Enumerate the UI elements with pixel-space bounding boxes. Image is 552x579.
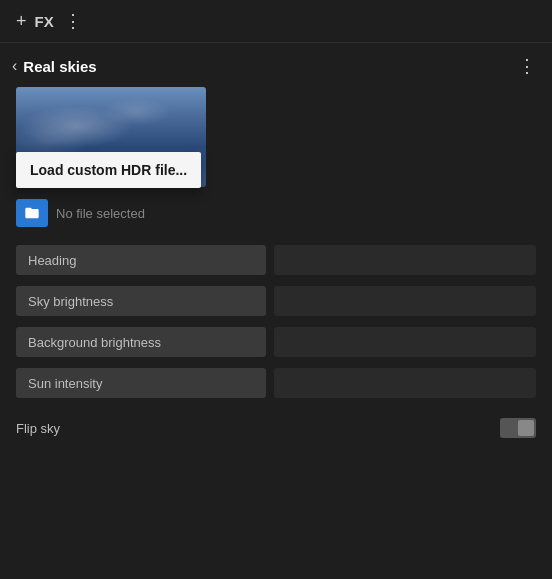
back-button[interactable]: ‹ [12,57,17,75]
tooltip-popup: Load custom HDR file... [16,152,201,188]
property-label-box-sun-intensity: Sun intensity [16,368,266,398]
property-row-background-brightness: Background brightness [0,323,552,361]
property-label-box-sky-brightness: Sky brightness [16,286,266,316]
property-row-heading: Heading [0,241,552,279]
top-toolbar: + FX ⋮ [0,0,552,43]
property-value-sky-brightness[interactable] [274,286,536,316]
property-label-sky-brightness: Sky brightness [28,294,113,309]
property-value-sun-intensity[interactable] [274,368,536,398]
tooltip-text: Load custom HDR file... [30,162,187,178]
panel-header-left: ‹ Real skies [12,57,97,75]
property-label-sun-intensity: Sun intensity [28,376,102,391]
property-label-heading: Heading [28,253,76,268]
flip-sky-label: Flip sky [16,421,60,436]
file-section: No file selected [16,199,536,227]
property-value-heading[interactable] [274,245,536,275]
file-open-button[interactable] [16,199,48,227]
toolbar-more-button[interactable]: ⋮ [64,10,82,32]
thumbnail-container: Load custom HDR file... [16,87,552,187]
property-value-background-brightness[interactable] [274,327,536,357]
fx-label: FX [35,13,54,30]
flip-sky-row: Flip sky [0,406,552,450]
property-label-box-background-brightness: Background brightness [16,327,266,357]
flip-sky-toggle[interactable] [500,418,536,438]
file-label: No file selected [56,206,145,221]
property-list: Heading Sky brightness Background bright… [0,241,552,402]
property-label-box-heading: Heading [16,245,266,275]
panel-header: ‹ Real skies ⋮ [0,43,552,87]
panel-more-button[interactable]: ⋮ [518,55,536,77]
folder-icon [24,205,40,221]
toggle-knob [518,420,534,436]
panel-title: Real skies [23,58,96,75]
add-button[interactable]: + [16,11,27,32]
property-row-sun-intensity: Sun intensity [0,364,552,402]
app-container: + FX ⋮ ‹ Real skies ⋮ Load custom HDR fi… [0,0,552,579]
property-label-background-brightness: Background brightness [28,335,161,350]
property-row-sky-brightness: Sky brightness [0,282,552,320]
